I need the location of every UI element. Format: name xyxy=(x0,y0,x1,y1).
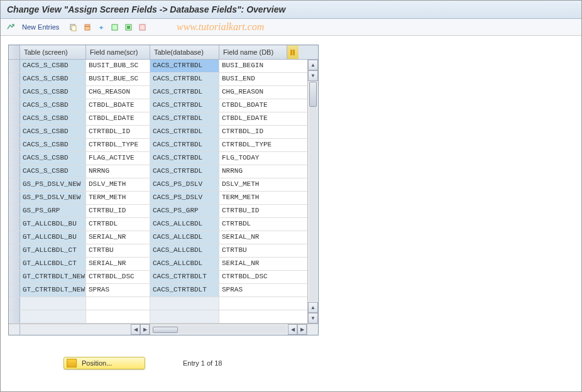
cell[interactable]: GT_CTRTBDLT_NEW xyxy=(20,284,86,297)
table-row[interactable]: CACS_S_CSBDCTBDL_BDATECACS_CTRTBDLCTBDL_… xyxy=(9,99,307,112)
cell[interactable]: CACS_ALLCBDL xyxy=(150,218,219,231)
cell[interactable]: CTRTBU xyxy=(86,244,150,257)
col-header-1[interactable]: Table (screen) xyxy=(20,45,86,59)
row-selector[interactable] xyxy=(9,192,20,204)
cell[interactable]: NRRNG xyxy=(219,165,287,178)
cell[interactable]: BUSI_BEGIN xyxy=(219,60,287,72)
cell[interactable]: CTRTBDL xyxy=(86,218,150,231)
cell[interactable] xyxy=(86,310,150,323)
cell[interactable]: SERIAL_NR xyxy=(219,231,287,244)
cell[interactable]: CTBDL_EDATE xyxy=(219,112,287,125)
cell[interactable]: CACS_S_CSBD xyxy=(20,73,86,85)
row-selector[interactable] xyxy=(9,139,20,151)
cell[interactable]: CACS_S_CSBD xyxy=(20,60,86,72)
cell[interactable] xyxy=(150,297,219,310)
table-row[interactable]: GS_PS_DSLV_NEWDSLV_METHCACS_PS_DSLVDSLV_… xyxy=(9,178,307,192)
row-selector[interactable] xyxy=(9,231,20,244)
table-row[interactable]: GT_ALLCBDL_CTSERIAL_NRCACS_ALLCBDLSERIAL… xyxy=(9,258,307,271)
table-row[interactable]: CACS_S_CSBDFLAG_ACTIVECACS_CTRTBDLFLG_TO… xyxy=(9,152,307,165)
cell[interactable]: CTRTBU xyxy=(219,244,287,257)
table-row[interactable]: GS_PS_DSLV_NEWTERM_METHCACS_PS_DSLVTERM_… xyxy=(9,192,307,205)
table-row-empty[interactable] xyxy=(9,310,307,324)
cell[interactable]: CACS_S_CSBD xyxy=(20,152,86,165)
cell[interactable]: BUSIT_BUB_SC xyxy=(86,60,150,72)
row-selector[interactable] xyxy=(9,284,20,297)
row-selector[interactable] xyxy=(9,244,20,257)
position-button[interactable]: Position... xyxy=(63,357,145,369)
table-row[interactable]: GT_ALLCBDL_BUSERIAL_NRCACS_ALLCBDLSERIAL… xyxy=(9,231,307,244)
cell[interactable]: CACS_CTRTBDLT xyxy=(150,271,219,283)
copy-icon[interactable] xyxy=(67,21,79,33)
scroll-page-down-button[interactable]: ▼ xyxy=(308,313,318,324)
cell[interactable]: FLAG_ACTIVE xyxy=(86,152,150,165)
table-row[interactable]: CACS_S_CSBDNRRNGCACS_CTRTBDLNRRNG xyxy=(9,165,307,178)
column-config-button[interactable] xyxy=(287,45,299,59)
cell[interactable]: SPRAS xyxy=(219,284,287,297)
cell[interactable]: GT_ALLCBDL_CT xyxy=(20,244,86,257)
table-row[interactable]: GT_CTRTBDLT_NEWSPRASCACS_CTRTBDLTSPRAS xyxy=(9,284,307,297)
row-selector[interactable] xyxy=(9,310,20,323)
cell[interactable]: CACS_CTRTBDL xyxy=(150,126,219,138)
cell[interactable]: CACS_PS_DSLV xyxy=(150,178,219,191)
cell[interactable]: CACS_S_CSBD xyxy=(20,139,86,151)
new-entries-button[interactable]: New Entries xyxy=(18,22,63,32)
table-row[interactable]: CACS_S_CSBDCHG_REASONCACS_CTRTBDLCHG_REA… xyxy=(9,86,307,99)
delete-icon[interactable] xyxy=(80,21,93,33)
cell[interactable]: CTRTBDL_DSC xyxy=(86,271,150,283)
scroll-up-button[interactable]: ▲ xyxy=(308,60,318,70)
cell[interactable]: CACS_ALLCBDL xyxy=(150,231,219,244)
table-row[interactable]: CACS_S_CSBDBUSIT_BUB_SCCACS_CTRTBDLBUSI_… xyxy=(9,60,307,73)
cell[interactable]: CTRTBDL_TYPE xyxy=(219,139,287,151)
col-header-2[interactable]: Field name(scr) xyxy=(86,45,150,59)
row-selector[interactable] xyxy=(9,86,20,99)
cell[interactable]: CTRTBDL xyxy=(219,218,287,231)
table-row[interactable]: CACS_S_CSBDCTRTBDL_TYPECACS_CTRTBDLCTRTB… xyxy=(9,139,307,152)
cell[interactable]: CTBDL_BDATE xyxy=(219,99,287,112)
cell[interactable]: CACS_CTRTBDL xyxy=(150,152,219,165)
cell[interactable]: CTRTBDL_DSC xyxy=(219,271,287,283)
cell[interactable]: CACS_CTRTBDL xyxy=(150,139,219,151)
cell[interactable]: CACS_CTRTBDL xyxy=(150,73,219,85)
cell[interactable]: CTRTBDL_ID xyxy=(86,126,150,138)
cell[interactable]: CACS_S_CSBD xyxy=(20,165,86,178)
row-selector[interactable] xyxy=(9,218,20,231)
scroll-page-up-button[interactable]: ▲ xyxy=(308,302,318,313)
vertical-scrollbar[interactable]: ▲ ▼ ▲ ▼ xyxy=(307,60,318,324)
cell[interactable]: CTRTBU_ID xyxy=(219,205,287,217)
cell[interactable]: GT_ALLCBDL_BU xyxy=(20,218,86,231)
cell[interactable]: CACS_S_CSBD xyxy=(20,86,86,99)
cell[interactable]: CACS_CTRTBDLT xyxy=(150,284,219,297)
cell[interactable]: NRRNG xyxy=(86,165,150,178)
row-selector[interactable] xyxy=(9,152,20,165)
row-selector[interactable] xyxy=(9,205,20,217)
row-selector[interactable] xyxy=(9,126,20,138)
select-all-icon[interactable] xyxy=(108,21,121,33)
select-block-icon[interactable] xyxy=(122,21,135,33)
cell[interactable]: SERIAL_NR xyxy=(86,258,150,270)
cell[interactable]: GS_PS_DSLV_NEW xyxy=(20,178,86,191)
cell[interactable]: DSLV_METH xyxy=(219,178,287,191)
cell[interactable]: BUSIT_BUE_SC xyxy=(86,73,150,85)
cell[interactable] xyxy=(20,297,86,310)
row-selector[interactable] xyxy=(9,258,20,270)
h-scroll-right-1[interactable]: ▶ xyxy=(140,324,150,335)
cell[interactable]: CACS_S_CSBD xyxy=(20,99,86,112)
cell[interactable]: TERM_METH xyxy=(86,192,150,204)
cell[interactable]: CHG_REASON xyxy=(86,86,150,99)
table-row[interactable]: GT_ALLCBDL_CTCTRTBUCACS_ALLCBDLCTRTBU xyxy=(9,244,307,258)
toggle-icon[interactable] xyxy=(4,21,17,33)
cell[interactable]: CACS_CTRTBDL xyxy=(150,86,219,99)
cell[interactable]: GT_CTRTBDLT_NEW xyxy=(20,271,86,283)
cell[interactable]: SERIAL_NR xyxy=(219,258,287,270)
cell[interactable] xyxy=(219,297,287,310)
scroll-down-button[interactable]: ▼ xyxy=(308,70,318,81)
row-selector[interactable] xyxy=(9,60,20,72)
table-row-empty[interactable] xyxy=(9,297,307,310)
cell[interactable]: CACS_PS_DSLV xyxy=(150,192,219,204)
row-selector[interactable] xyxy=(9,73,20,85)
cell[interactable]: CACS_ALLCBDL xyxy=(150,258,219,270)
cell[interactable]: CACS_ALLCBDL xyxy=(150,244,219,257)
h-scroll-left-2[interactable]: ◀ xyxy=(288,324,297,335)
table-row[interactable]: CACS_S_CSBDBUSIT_BUE_SCCACS_CTRTBDLBUSI_… xyxy=(9,73,307,86)
h-scroll-track[interactable] xyxy=(151,325,287,334)
